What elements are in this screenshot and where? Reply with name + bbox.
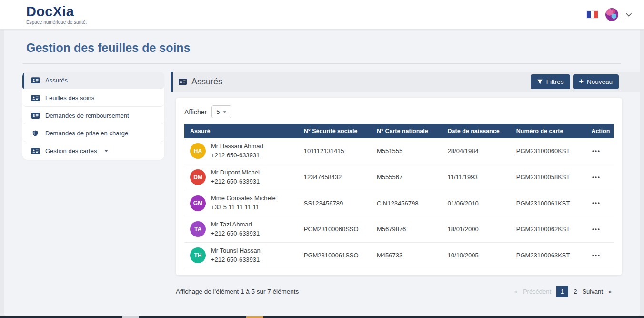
ellipsis-h-icon — [592, 176, 600, 178]
panel-header: Assurés Filtres + Nouveau — [171, 72, 640, 92]
new-button[interactable]: + Nouveau — [573, 74, 619, 89]
svg-text:$: $ — [32, 113, 35, 118]
user-avatar[interactable] — [605, 8, 618, 21]
filters-button-label: Filtres — [546, 78, 564, 85]
birth-date-cell: 10/10/2005 — [442, 242, 511, 268]
ellipsis-h-icon — [592, 202, 600, 204]
france-flag-icon[interactable] — [587, 11, 598, 18]
column-header: Date de naissance — [442, 124, 511, 138]
app-header: DocXia Espace numérique de santé. — [0, 0, 644, 30]
insured-phone: +33 5 11 11 11 11 — [211, 203, 276, 212]
column-header: Assuré — [184, 124, 298, 138]
main-panel: Assurés Filtres + Nouveau A — [171, 72, 640, 297]
ellipsis-h-icon — [592, 150, 600, 152]
national-id-cell: M5679876 — [371, 216, 442, 243]
card-dollar-icon: $ — [31, 113, 40, 119]
pagination-page-2[interactable]: 2 — [574, 288, 577, 295]
sidebar-item-gestion-des-cartes[interactable]: Gestion des cartes — [22, 142, 164, 160]
filters-button[interactable]: Filtres — [531, 74, 570, 89]
column-header: N° Sécurité sociale — [298, 124, 371, 138]
page-title: Gestion des feuilles de soins — [26, 41, 640, 55]
id-card-icon — [179, 79, 187, 85]
pagination-next-arrow[interactable]: » — [608, 288, 612, 295]
assures-table: AssuréN° Sécurité socialeN° Carte nation… — [184, 124, 614, 268]
plus-icon: + — [579, 78, 584, 85]
ssn-cell: 12347658432 — [298, 164, 371, 190]
insured-name: Mr Tounsi Hassan — [211, 246, 261, 256]
row-actions-button[interactable] — [591, 174, 601, 180]
caret-down-icon — [223, 111, 227, 113]
panel-title: Assurés — [191, 77, 222, 87]
table-row: THMr Tounsi Hassan+212 650-633931PGM2310… — [184, 242, 614, 268]
bottom-taskbar-edge — [0, 316, 644, 318]
row-actions-button[interactable] — [591, 148, 601, 154]
initials-avatar: TA — [190, 221, 206, 237]
sidebar-item-label: Feuilles des soins — [45, 94, 94, 102]
divider — [22, 63, 621, 64]
sidebar-item-demandes-de-remboursement[interactable]: $Demandes de remboursement — [22, 107, 164, 124]
pagination-prev[interactable]: Précédent — [523, 288, 551, 295]
brand-logo[interactable]: DocXia Espace numérique de santé. — [26, 5, 87, 25]
ssn-cell: 101112131415 — [298, 138, 371, 164]
pagination-next[interactable]: Suivant — [582, 288, 603, 295]
brand-tagline: Espace numérique de santé. — [26, 20, 87, 25]
birth-date-cell: 28/04/1984 — [442, 138, 511, 164]
assures-card: Afficher 5 AssuréN° Sécurité socialeN° C… — [176, 98, 622, 275]
sidebar-item-label: Gestion des cartes — [45, 147, 97, 154]
ellipsis-h-icon — [592, 255, 600, 256]
column-header: Numéro de carte — [511, 124, 586, 138]
panel-accent-bar — [171, 72, 173, 92]
insured-name: Mr Tazi Ahmad — [211, 220, 260, 229]
insured-name: Mme Gonsales Michele — [211, 194, 276, 203]
card-number-cell: PGM23100062KST — [511, 216, 586, 243]
ssn-cell: PGM23100061SSO — [298, 242, 371, 268]
birth-date-cell: 01/06/2010 — [442, 190, 511, 216]
show-label: Afficher — [184, 108, 207, 116]
sidebar-item-label: Demandes de prise en charge — [45, 130, 128, 137]
birth-date-cell: 11/11/1993 — [442, 164, 511, 190]
pagination-page-1[interactable]: 1 — [556, 286, 568, 297]
table-row: HAMr Hassani Ahmad+212 650-6339311011121… — [184, 138, 614, 164]
initials-avatar: GM — [190, 195, 206, 211]
national-id-cell: M456733 — [371, 242, 442, 268]
insured-phone: +212 650-633931 — [211, 151, 263, 160]
page-size-value: 5 — [216, 108, 220, 115]
filter-icon — [537, 79, 543, 85]
id-card-icon — [31, 95, 40, 101]
taskbar-segment-orange — [246, 316, 263, 318]
sidebar-item-label: Demandes de remboursement — [45, 112, 129, 119]
insured-name: Mr Hassani Ahmad — [211, 142, 263, 151]
sidebar-item-assures[interactable]: Assurés — [22, 72, 164, 89]
national-id-cell: CIN123456798 — [371, 190, 442, 216]
initials-avatar: DM — [190, 169, 206, 185]
sidebar-item-demandes-de-prise-en-charge[interactable]: Demandes de prise en charge — [22, 124, 164, 142]
results-summary: Affichage de l'élément 1 à 5 sur 7 éléme… — [176, 288, 299, 295]
row-actions-button[interactable] — [591, 200, 601, 206]
card-number-cell: PGM23100058KST — [511, 164, 586, 190]
insured-phone: +212 650-633931 — [211, 177, 260, 186]
page-size-select[interactable]: 5 — [211, 105, 231, 118]
table-row: GMMme Gonsales Michele+33 5 11 11 11 11S… — [184, 190, 614, 216]
insured-name: Mr Dupont Michel — [211, 168, 260, 177]
table-row: TAMr Tazi Ahmad+212 650-633931PGM2310006… — [184, 216, 614, 243]
sidebar-item-label: Assurés — [45, 77, 68, 84]
birth-date-cell: 18/01/2000 — [442, 216, 511, 243]
pagination: «Précédent12Suivant» — [514, 286, 612, 297]
pagination-prev-arrow[interactable]: « — [514, 288, 518, 295]
shield-icon — [31, 130, 40, 137]
column-header: Action — [585, 124, 614, 138]
national-id-cell: M551555 — [371, 138, 442, 164]
ssn-cell: PGM23100060SSO — [298, 216, 371, 243]
row-actions-button[interactable] — [591, 226, 601, 232]
page-body: Gestion des feuilles de soins AssurésFeu… — [4, 30, 640, 316]
brand-name: DocXia — [26, 5, 87, 19]
row-actions-button[interactable] — [591, 253, 601, 258]
sidebar-item-feuilles-des-soins[interactable]: Feuilles des soins — [22, 89, 164, 107]
taskbar-segment-gray — [122, 316, 139, 318]
id-card-icon — [31, 77, 40, 83]
chevron-down-icon[interactable] — [626, 13, 632, 17]
insured-phone: +212 650-633931 — [211, 256, 261, 265]
national-id-cell: M555567 — [371, 164, 442, 190]
column-header: N° Carte nationale — [371, 124, 442, 138]
card-number-cell: PGM23100061KST — [511, 190, 586, 216]
